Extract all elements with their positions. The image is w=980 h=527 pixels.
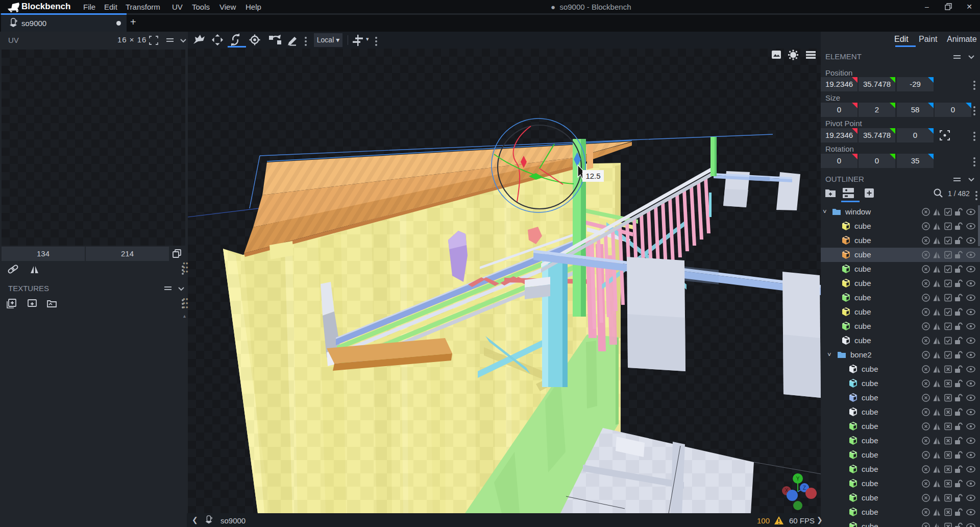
svg-text:12.5: 12.5 [585,172,600,180]
svg-text:Z: Z [803,485,806,491]
svg-text:Y: Y [796,476,800,482]
